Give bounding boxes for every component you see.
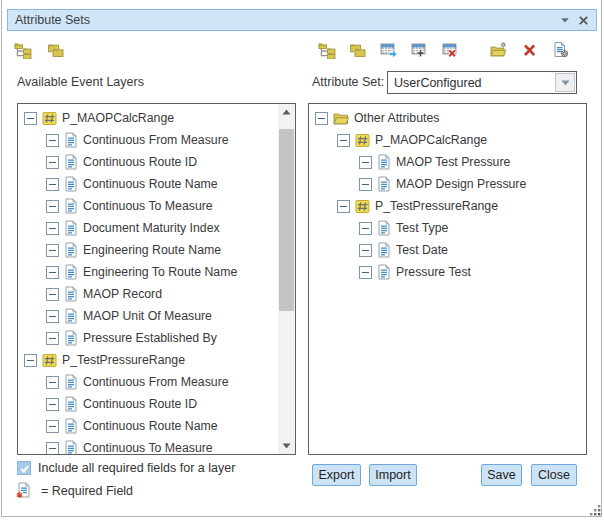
tree-item[interactable]: Continuous Route ID: [18, 393, 278, 415]
tree-item[interactable]: Test Type: [309, 217, 586, 239]
collapse-toggle-icon[interactable]: [337, 134, 350, 147]
collapse-toggle-icon[interactable]: [46, 222, 59, 235]
tree-item[interactable]: Engineering Route Name: [18, 239, 278, 261]
tree-item-label: Continuous Route Name: [83, 419, 218, 433]
tree-item[interactable]: Continuous Route Name: [18, 415, 278, 437]
tree-item[interactable]: Continuous From Measure: [18, 371, 278, 393]
collapse-toggle-icon[interactable]: [46, 376, 59, 389]
collapse-toggle-icon[interactable]: [359, 222, 372, 235]
collapse-toggle-icon[interactable]: [315, 112, 328, 125]
collapse-toggle-icon[interactable]: [46, 200, 59, 213]
include-required-checkbox[interactable]: [17, 461, 31, 475]
tree-item[interactable]: MAOP Test Pressure: [309, 151, 586, 173]
field-icon: [64, 176, 78, 192]
field-icon: [377, 220, 391, 236]
collapse-toggle-icon[interactable]: [46, 442, 59, 455]
field-icon: [377, 242, 391, 258]
collapse-toggle-icon[interactable]: [46, 244, 59, 257]
collapse-toggle-icon[interactable]: [46, 156, 59, 169]
tree-item[interactable]: Continuous Route Name: [18, 173, 278, 195]
save-button[interactable]: Save: [481, 464, 522, 486]
tree-item[interactable]: Engineering To Route Name: [18, 261, 278, 283]
collapse-all-layers-icon[interactable]: [47, 41, 65, 59]
resize-grip[interactable]: [589, 504, 602, 517]
tree-item[interactable]: MAOP Design Pressure: [309, 173, 586, 195]
field-icon: [64, 286, 78, 302]
include-required-row: Include all required fields for a layer: [17, 461, 235, 475]
tree-item-label: MAOP Test Pressure: [396, 155, 510, 169]
scrollbar-thumb[interactable]: [279, 129, 294, 311]
expand-all-set-icon[interactable]: [318, 41, 336, 59]
tree-item[interactable]: MAOP Record: [18, 283, 278, 305]
collapse-toggle-icon[interactable]: [46, 420, 59, 433]
tree-item[interactable]: P_TestPressureRange: [309, 195, 586, 217]
tree-item-label: MAOP Record: [83, 287, 162, 301]
tree-item-label: Other Attributes: [354, 111, 439, 125]
titlebar[interactable]: Attribute Sets: [7, 9, 597, 31]
collapse-toggle-icon[interactable]: [46, 266, 59, 279]
collapse-toggle-icon[interactable]: [359, 266, 372, 279]
tree-item[interactable]: Continuous From Measure: [18, 129, 278, 151]
folder-icon: [333, 111, 349, 126]
close-button[interactable]: Close: [531, 464, 577, 486]
collapse-toggle-icon[interactable]: [46, 398, 59, 411]
tree-item[interactable]: Continuous Route ID: [18, 151, 278, 173]
tree-item-label: Continuous Route Name: [83, 177, 218, 191]
field-icon: [64, 440, 78, 454]
chevron-down-icon[interactable]: [555, 73, 575, 92]
import-button[interactable]: Import: [369, 464, 417, 486]
tree-item[interactable]: P_MAOPCalcRange: [309, 129, 586, 151]
field-icon: [64, 220, 78, 236]
collapse-toggle-icon[interactable]: [24, 112, 37, 125]
tree-item[interactable]: Test Date: [309, 239, 586, 261]
collapse-toggle-icon[interactable]: [24, 354, 37, 367]
window-menu-icon[interactable]: [556, 11, 574, 29]
collapse-toggle-icon[interactable]: [46, 134, 59, 147]
tree-item[interactable]: Pressure Established By: [18, 327, 278, 349]
collapse-toggle-icon[interactable]: [359, 178, 372, 191]
tree-item[interactable]: P_MAOPCalcRange: [18, 107, 278, 129]
include-required-label: Include all required fields for a layer: [38, 461, 235, 475]
delete-attribute-set-icon[interactable]: [442, 41, 460, 59]
collapse-toggle-icon[interactable]: [359, 244, 372, 257]
collapse-toggle-icon[interactable]: [46, 178, 59, 191]
scroll-up-icon[interactable]: [278, 104, 295, 120]
attribute-set-combobox[interactable]: UserConfigured: [387, 71, 577, 94]
tree-item-label: Test Type: [396, 221, 448, 235]
available-layers-panel: P_MAOPCalcRangeContinuous From MeasureCo…: [17, 103, 296, 455]
tree-item-label: Pressure Established By: [83, 331, 217, 345]
scroll-down-icon[interactable]: [278, 438, 295, 454]
tree-item-label: Continuous From Measure: [83, 375, 229, 389]
collapse-toggle-icon[interactable]: [337, 200, 350, 213]
set-properties-icon[interactable]: [552, 41, 570, 59]
new-group-icon[interactable]: [490, 41, 508, 59]
vertical-scrollbar[interactable]: [278, 104, 295, 454]
tree-item[interactable]: Continuous To Measure: [18, 437, 278, 454]
tree-item-label: P_MAOPCalcRange: [62, 111, 174, 125]
new-attribute-set-icon[interactable]: [411, 41, 429, 59]
collapse-toggle-icon[interactable]: [46, 310, 59, 323]
tree-item[interactable]: Document Maturity Index: [18, 217, 278, 239]
remove-item-icon[interactable]: [521, 41, 539, 59]
tree-item[interactable]: P_TestPressureRange: [18, 349, 278, 371]
tree-item[interactable]: Pressure Test: [309, 261, 586, 283]
field-icon: [64, 132, 78, 148]
tree-item[interactable]: Continuous To Measure: [18, 195, 278, 217]
collapse-toggle-icon[interactable]: [46, 332, 59, 345]
close-icon[interactable]: [574, 11, 592, 29]
export-button[interactable]: Export: [312, 464, 361, 486]
collapse-all-set-icon[interactable]: [349, 41, 367, 59]
attribute-set-panel: Other AttributesP_MAOPCalcRangeMAOP Test…: [308, 103, 587, 455]
event-layer-icon: [355, 133, 370, 148]
attribute-set-value: UserConfigured: [388, 76, 554, 90]
event-layer-icon: [355, 199, 370, 214]
collapse-toggle-icon[interactable]: [46, 288, 59, 301]
tree-item[interactable]: MAOP Unit Of Measure: [18, 305, 278, 327]
add-to-attribute-set-icon[interactable]: [380, 41, 398, 59]
collapse-toggle-icon[interactable]: [359, 156, 372, 169]
required-field-label: = Required Field: [41, 484, 133, 498]
tree-item[interactable]: Other Attributes: [309, 107, 586, 129]
expand-all-layers-icon[interactable]: [14, 41, 32, 59]
tree-item-label: Continuous To Measure: [83, 199, 213, 213]
attribute-set-tree: Other AttributesP_MAOPCalcRangeMAOP Test…: [309, 104, 586, 454]
